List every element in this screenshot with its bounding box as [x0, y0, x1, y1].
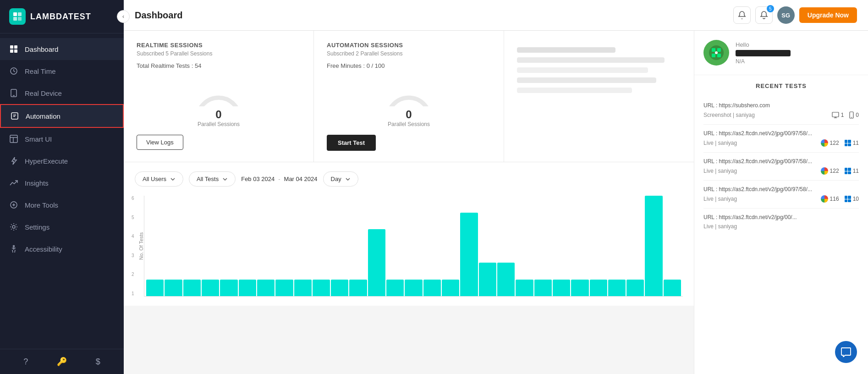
upgrade-now-button[interactable]: Upgrade Now — [799, 7, 857, 23]
svg-line-24 — [15, 250, 15, 253]
automation-gauge-container: 0 Parallel Sessions — [327, 77, 491, 127]
realtime-session-subtitle: Subscribed 5 Parallel Sessions — [137, 50, 301, 57]
start-test-button[interactable]: Start Test — [327, 135, 376, 151]
dollar-icon[interactable]: $ — [96, 357, 100, 367]
test-counts-3: 122 11 — [821, 167, 859, 175]
test-url-2: URL : https://as2.ftcdn.net/v2/jpg/00/97… — [703, 130, 859, 137]
test-item-5: URL : https://as2.ftcdn.net/v2/jpg/00/..… — [703, 209, 859, 235]
notification-icon-btn[interactable] — [733, 6, 751, 24]
realtime-session-card: REALTIME SESSIONS Subscribed 5 Parallel … — [124, 31, 314, 162]
test-item-1: URL : https://subshero.com Screenshot | … — [703, 97, 859, 125]
chat-bubble-button[interactable] — [835, 341, 857, 363]
svg-rect-1 — [18, 12, 22, 16]
test-type-2: Live | saniyag — [703, 140, 737, 146]
bar-item — [405, 280, 422, 296]
layout-icon — [9, 134, 18, 143]
sidebar-logo: LAMBDATEST — [0, 0, 124, 33]
users-filter-label: All Users — [143, 176, 166, 182]
bar-item — [239, 280, 256, 296]
chart-wrap: 654321 — [144, 196, 683, 297]
automation-session-card: AUTOMATION SESSIONS Subscribed 2 Paralle… — [314, 31, 504, 162]
mobile-count-1: 0 — [849, 111, 859, 119]
key-icon[interactable]: 🔑 — [57, 357, 67, 367]
users-filter-select[interactable]: All Users — [135, 171, 183, 187]
test-meta-5: Live | saniyag — [703, 223, 859, 230]
bolt-icon — [9, 156, 18, 165]
recent-tests-section: RECENT TESTS URL : https://subshero.com … — [694, 75, 868, 242]
content-main: REALTIME SESSIONS Subscribed 5 Parallel … — [124, 31, 694, 374]
windows-count-3: 11 — [845, 168, 859, 174]
header-icons: 5 SG Upgrade Now — [733, 6, 857, 24]
test-type-1: Screenshot | saniyag — [703, 112, 755, 118]
desktop-count-1: 1 — [832, 112, 844, 118]
bar-item — [626, 280, 644, 296]
test-url-4: URL : https://as2.ftcdn.net/v2/jpg/00/97… — [703, 186, 859, 192]
main-content: Dashboard 5 SG Upgrade Now — [124, 0, 868, 374]
sidebar-item-label: Accessibility — [25, 245, 62, 253]
granularity-label: Day — [331, 176, 341, 182]
test-counts-2: 122 11 — [821, 139, 859, 147]
bar-item — [146, 280, 164, 296]
test-type-3: Live | saniyag — [703, 168, 737, 174]
realtime-gauge — [191, 77, 246, 106]
avatar-button[interactable]: SG — [777, 6, 795, 24]
svg-rect-14 — [10, 135, 17, 143]
test-item-2: URL : https://as2.ftcdn.net/v2/jpg/00/97… — [703, 125, 859, 153]
content-area: REALTIME SESSIONS Subscribed 5 Parallel … — [124, 31, 868, 374]
grid-icon — [9, 44, 18, 54]
bar-item — [331, 280, 348, 296]
granularity-select[interactable]: Day — [323, 171, 358, 187]
test-meta-4: Live | saniyag 116 10 — [703, 195, 859, 203]
date-range: Feb 03 2024 - Mar 04 2024 — [241, 176, 317, 182]
bar-item — [479, 263, 496, 296]
sidebar-item-hyperexecute[interactable]: HyperExecute — [0, 150, 124, 172]
settings-icon — [9, 222, 18, 231]
bar-item — [220, 280, 237, 296]
windows-icon-4 — [845, 196, 851, 202]
sidebar-item-realtime[interactable]: Real Time — [0, 60, 124, 82]
bell-icon-btn[interactable]: 5 — [755, 6, 773, 24]
sidebar-item-label: Smart UI — [25, 135, 52, 143]
sidebar-item-realdevice[interactable]: Real Device — [0, 82, 124, 104]
sidebar-collapse-button[interactable]: ‹ — [117, 10, 130, 23]
view-logs-button[interactable]: View Logs — [137, 135, 183, 150]
svg-rect-4 — [10, 45, 13, 49]
bar-item — [590, 280, 607, 296]
svg-rect-32 — [832, 112, 839, 117]
sidebar-item-insights[interactable]: Insights — [0, 172, 124, 194]
tests-filter-label: All Tests — [197, 176, 219, 182]
test-url-3: URL : https://as2.ftcdn.net/v2/jpg/00/97… — [703, 158, 859, 165]
sidebar-item-label: Insights — [25, 179, 49, 187]
bar-item — [571, 280, 588, 296]
sidebar-item-moretools[interactable]: More Tools — [0, 194, 124, 216]
sidebar-item-accessibility[interactable]: Accessibility — [0, 238, 124, 260]
windows-count-2: 11 — [845, 140, 859, 146]
test-url-5: URL : https://as2.ftcdn.net/v2/jpg/00/..… — [703, 214, 859, 220]
help-icon[interactable]: ? — [23, 357, 28, 367]
sidebar-item-settings[interactable]: Settings — [0, 216, 124, 238]
svg-rect-0 — [13, 12, 17, 16]
notification-badge: 5 — [767, 5, 774, 12]
plus-circle-icon — [9, 200, 18, 209]
automation-free-minutes: Free Minutes : 0 / 100 — [327, 62, 491, 69]
sidebar-item-dashboard[interactable]: Dashboard — [0, 38, 124, 60]
skeleton-lines — [517, 42, 681, 93]
accessibility-icon — [9, 244, 18, 253]
svg-rect-3 — [18, 17, 22, 21]
bar-item — [608, 280, 626, 296]
svg-point-21 — [13, 246, 15, 247]
chrome-count-3: 122 — [821, 167, 839, 175]
chart-filters: All Users All Tests Feb 03 2024 - Mar 04… — [135, 171, 683, 187]
sidebar-item-smartui[interactable]: Smart UI — [0, 128, 124, 150]
bar-item — [497, 263, 515, 296]
windows-icon-2 — [845, 140, 851, 146]
tests-filter-select[interactable]: All Tests — [189, 171, 236, 187]
page-title: Dashboard — [135, 10, 733, 21]
sidebar-item-automation[interactable]: Automation — [0, 104, 124, 128]
windows-icon-3 — [845, 168, 851, 174]
test-meta-2: Live | saniyag 122 11 — [703, 139, 859, 147]
date-start: Feb 03 2024 — [241, 176, 275, 182]
bar-chart: 654321 — [144, 196, 683, 297]
realtime-parallel-count: 0 — [215, 108, 221, 121]
svg-rect-29 — [712, 54, 715, 57]
